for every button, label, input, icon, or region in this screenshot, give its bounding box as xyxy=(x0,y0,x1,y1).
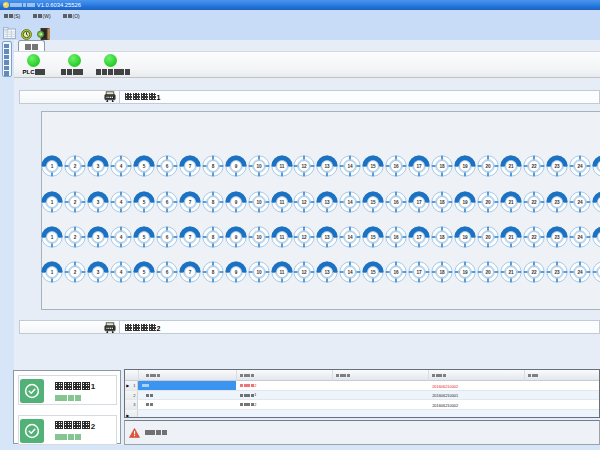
svg-text:10: 10 xyxy=(256,200,262,205)
svg-text:1: 1 xyxy=(51,271,54,276)
svg-text:5: 5 xyxy=(143,164,146,169)
svg-text:3: 3 xyxy=(97,271,100,276)
svg-text:15: 15 xyxy=(371,271,377,276)
svg-text:24: 24 xyxy=(577,164,583,169)
svg-text:19: 19 xyxy=(462,235,468,240)
svg-text:21: 21 xyxy=(508,200,514,205)
svg-text:7: 7 xyxy=(188,200,191,205)
svg-text:24: 24 xyxy=(577,235,583,240)
svg-text:14: 14 xyxy=(348,200,354,205)
svg-text:11: 11 xyxy=(279,200,284,205)
svg-text:19: 19 xyxy=(462,164,468,169)
svg-text:17: 17 xyxy=(416,271,422,276)
svg-text:16: 16 xyxy=(394,235,400,240)
svg-text:15: 15 xyxy=(371,235,377,240)
svg-text:1: 1 xyxy=(51,200,54,205)
svg-text:12: 12 xyxy=(302,235,308,240)
svg-text:9: 9 xyxy=(234,200,237,205)
svg-text:13: 13 xyxy=(325,164,331,169)
svg-text:6: 6 xyxy=(166,164,169,169)
svg-text:10: 10 xyxy=(256,271,262,276)
svg-text:2: 2 xyxy=(74,164,77,169)
svg-text:23: 23 xyxy=(554,164,560,169)
svg-text:11: 11 xyxy=(279,164,284,169)
svg-text:6: 6 xyxy=(166,271,169,276)
svg-text:17: 17 xyxy=(416,200,422,205)
svg-text:16: 16 xyxy=(394,200,400,205)
svg-text:22: 22 xyxy=(531,235,537,240)
svg-text:18: 18 xyxy=(439,164,445,169)
svg-text:10: 10 xyxy=(256,164,262,169)
svg-text:13: 13 xyxy=(325,200,331,205)
svg-text:3: 3 xyxy=(97,200,100,205)
svg-text:13: 13 xyxy=(325,235,331,240)
svg-text:9: 9 xyxy=(234,235,237,240)
svg-text:7: 7 xyxy=(188,235,191,240)
svg-text:23: 23 xyxy=(554,200,560,205)
svg-text:4: 4 xyxy=(120,235,123,240)
svg-text:3: 3 xyxy=(97,235,100,240)
svg-text:19: 19 xyxy=(462,271,468,276)
svg-text:12: 12 xyxy=(302,164,308,169)
svg-text:23: 23 xyxy=(554,271,560,276)
svg-text:17: 17 xyxy=(416,235,422,240)
svg-text:9: 9 xyxy=(234,164,237,169)
svg-text:7: 7 xyxy=(188,271,191,276)
svg-text:8: 8 xyxy=(211,271,214,276)
svg-text:9: 9 xyxy=(234,271,237,276)
svg-text:22: 22 xyxy=(531,271,537,276)
svg-text:22: 22 xyxy=(531,200,537,205)
svg-text:3: 3 xyxy=(97,164,100,169)
svg-text:15: 15 xyxy=(371,200,377,205)
svg-text:20: 20 xyxy=(485,271,491,276)
svg-text:6: 6 xyxy=(166,200,169,205)
svg-text:22: 22 xyxy=(531,164,537,169)
svg-text:16: 16 xyxy=(394,164,400,169)
svg-text:12: 12 xyxy=(302,200,308,205)
svg-text:6: 6 xyxy=(166,235,169,240)
svg-text:14: 14 xyxy=(348,164,354,169)
svg-text:7: 7 xyxy=(188,164,191,169)
svg-text:14: 14 xyxy=(348,235,354,240)
svg-text:20: 20 xyxy=(485,235,491,240)
svg-text:12: 12 xyxy=(302,271,308,276)
svg-text:5: 5 xyxy=(143,235,146,240)
svg-text:24: 24 xyxy=(577,200,583,205)
svg-text:1: 1 xyxy=(51,164,54,169)
svg-text:8: 8 xyxy=(211,200,214,205)
svg-text:19: 19 xyxy=(462,200,468,205)
svg-text:21: 21 xyxy=(508,164,514,169)
svg-text:8: 8 xyxy=(211,235,214,240)
svg-text:4: 4 xyxy=(120,200,123,205)
svg-text:13: 13 xyxy=(325,271,331,276)
svg-text:4: 4 xyxy=(120,271,123,276)
svg-text:24: 24 xyxy=(577,271,583,276)
svg-text:17: 17 xyxy=(416,164,422,169)
svg-text:11: 11 xyxy=(279,271,284,276)
svg-text:1: 1 xyxy=(51,235,54,240)
svg-text:20: 20 xyxy=(485,164,491,169)
svg-text:11: 11 xyxy=(279,235,284,240)
svg-text:5: 5 xyxy=(143,271,146,276)
svg-text:16: 16 xyxy=(394,271,400,276)
svg-text:2: 2 xyxy=(74,235,77,240)
svg-text:2: 2 xyxy=(74,271,77,276)
svg-text:8: 8 xyxy=(211,164,214,169)
svg-text:18: 18 xyxy=(439,235,445,240)
svg-text:4: 4 xyxy=(120,164,123,169)
svg-text:18: 18 xyxy=(439,200,445,205)
svg-text:5: 5 xyxy=(143,200,146,205)
svg-text:21: 21 xyxy=(508,271,514,276)
svg-text:15: 15 xyxy=(371,164,377,169)
svg-text:18: 18 xyxy=(439,271,445,276)
svg-text:10: 10 xyxy=(256,235,262,240)
svg-text:21: 21 xyxy=(508,235,514,240)
svg-text:14: 14 xyxy=(348,271,354,276)
svg-text:20: 20 xyxy=(485,200,491,205)
svg-text:23: 23 xyxy=(554,235,560,240)
svg-text:2: 2 xyxy=(74,200,77,205)
